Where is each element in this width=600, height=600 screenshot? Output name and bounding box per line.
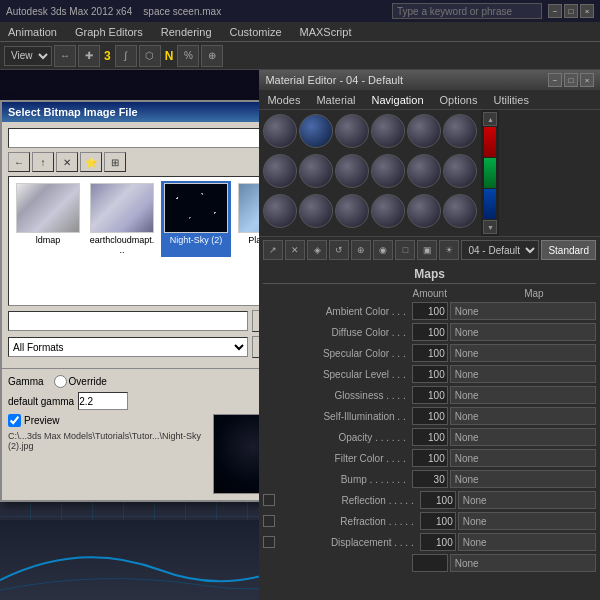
mat-delete-btn[interactable]: ✕ bbox=[285, 240, 305, 260]
map-amount-opacity[interactable] bbox=[412, 428, 448, 446]
mat-assign-btn[interactable]: ◈ bbox=[307, 240, 327, 260]
dialog-path-input[interactable] bbox=[8, 128, 259, 148]
toolbar-btn-4[interactable]: ⬡ bbox=[139, 45, 161, 67]
map-btn-reflection[interactable]: None bbox=[458, 491, 596, 509]
map-btn-refraction[interactable]: None bbox=[458, 512, 596, 530]
nav-fav-button[interactable]: ⭐ bbox=[80, 152, 102, 172]
side-btn-2[interactable]: ▼ bbox=[483, 220, 497, 234]
nav-delete-button[interactable]: ✕ bbox=[56, 152, 78, 172]
mat-maximize-button[interactable]: □ bbox=[564, 73, 578, 87]
map-amount-bump[interactable] bbox=[412, 470, 448, 488]
mat-sphere-1[interactable] bbox=[263, 114, 297, 148]
file-browser-area[interactable]: ldmap earthcloudmapt... bbox=[8, 176, 259, 306]
menu-maxscript[interactable]: MAXScript bbox=[296, 24, 356, 40]
map-amount-filtercolor[interactable] bbox=[412, 449, 448, 467]
map-btn-ambient[interactable]: None bbox=[450, 302, 596, 320]
map-check-displacement[interactable] bbox=[263, 536, 275, 548]
map-btn-bump[interactable]: None bbox=[450, 470, 596, 488]
search-input[interactable] bbox=[392, 3, 542, 19]
toolbar-btn-3[interactable]: ∫ bbox=[115, 45, 137, 67]
map-check-reflection[interactable] bbox=[263, 494, 275, 506]
mat-sphere-7[interactable] bbox=[263, 154, 297, 188]
map-amount-refraction[interactable] bbox=[420, 512, 456, 530]
map-btn-glossiness[interactable]: None bbox=[450, 386, 596, 404]
file-item-planets[interactable]: Planets (8) bbox=[235, 181, 259, 257]
mat-sphere-10[interactable] bbox=[371, 154, 405, 188]
gamma-value-input[interactable] bbox=[78, 392, 128, 410]
toolbar-btn-2[interactable]: ✚ bbox=[78, 45, 100, 67]
map-amount-reflection[interactable] bbox=[420, 491, 456, 509]
preview-checkbox[interactable] bbox=[8, 414, 21, 427]
open-button[interactable]: Open bbox=[252, 310, 259, 332]
map-amount-speclevel[interactable] bbox=[412, 365, 448, 383]
nav-up-button[interactable]: ↑ bbox=[32, 152, 54, 172]
map-btn-diffuse[interactable]: None bbox=[450, 323, 596, 341]
file-item-earthcloud[interactable]: earthcloudmapt... bbox=[87, 181, 157, 257]
minimize-button[interactable]: − bbox=[548, 4, 562, 18]
mat-menu-modes[interactable]: Modes bbox=[263, 92, 304, 108]
mat-name-select[interactable]: 04 - Default bbox=[461, 240, 539, 260]
mat-copy-btn[interactable]: ⊕ bbox=[351, 240, 371, 260]
filetype-select[interactable]: All Formats bbox=[8, 337, 248, 357]
mat-sphere-12[interactable] bbox=[443, 154, 477, 188]
nav-back-button[interactable]: ← bbox=[8, 152, 30, 172]
mat-sphere-11[interactable] bbox=[407, 154, 441, 188]
mat-reset-btn[interactable]: ↺ bbox=[329, 240, 349, 260]
close-button[interactable]: × bbox=[580, 4, 594, 18]
map-btn-selfillum[interactable]: None bbox=[450, 407, 596, 425]
cancel-button[interactable]: Cancel bbox=[252, 336, 259, 358]
map-amount-displacement[interactable] bbox=[420, 533, 456, 551]
mat-sphere-14[interactable] bbox=[299, 194, 333, 228]
map-amount-ambient[interactable] bbox=[412, 302, 448, 320]
menu-animation[interactable]: Animation bbox=[4, 24, 61, 40]
map-amount-extra[interactable] bbox=[412, 554, 448, 572]
menu-rendering[interactable]: Rendering bbox=[157, 24, 216, 40]
mat-sphere-13[interactable] bbox=[263, 194, 297, 228]
file-item-ldmap[interactable]: ldmap bbox=[13, 181, 83, 257]
mat-sphere-15[interactable] bbox=[335, 194, 369, 228]
map-btn-opacity[interactable]: None bbox=[450, 428, 596, 446]
mat-menu-material[interactable]: Material bbox=[312, 92, 359, 108]
view-select[interactable]: View bbox=[4, 46, 52, 66]
toolbar-btn-6[interactable]: ⊕ bbox=[201, 45, 223, 67]
mat-minimize-button[interactable]: − bbox=[548, 73, 562, 87]
mat-light-btn[interactable]: ☀ bbox=[439, 240, 459, 260]
mat-box-btn[interactable]: □ bbox=[395, 240, 415, 260]
file-item-night-sky[interactable]: Night-Sky (2) bbox=[161, 181, 231, 257]
mat-sphere-btn[interactable]: ◉ bbox=[373, 240, 393, 260]
mat-menu-options[interactable]: Options bbox=[436, 92, 482, 108]
filename-input[interactable] bbox=[8, 311, 248, 331]
mat-menu-utilities[interactable]: Utilities bbox=[489, 92, 532, 108]
map-check-refraction[interactable] bbox=[263, 515, 275, 527]
map-btn-extra[interactable]: None bbox=[450, 554, 596, 572]
mat-sphere-5[interactable] bbox=[407, 114, 441, 148]
mat-sphere-4[interactable] bbox=[371, 114, 405, 148]
map-amount-glossiness[interactable] bbox=[412, 386, 448, 404]
mat-sphere-9[interactable] bbox=[335, 154, 369, 188]
map-btn-speclevel[interactable]: None bbox=[450, 365, 596, 383]
toolbar-btn-1[interactable]: ↔ bbox=[54, 45, 76, 67]
mat-sphere-16[interactable] bbox=[371, 194, 405, 228]
menu-graph-editors[interactable]: Graph Editors bbox=[71, 24, 147, 40]
mat-bg-btn[interactable]: ▣ bbox=[417, 240, 437, 260]
menu-customize[interactable]: Customize bbox=[226, 24, 286, 40]
nav-view-button[interactable]: ⊞ bbox=[104, 152, 126, 172]
mat-pick-btn[interactable]: ↗ bbox=[263, 240, 283, 260]
side-btn-1[interactable]: ▲ bbox=[483, 112, 497, 126]
mat-menu-navigation[interactable]: Navigation bbox=[368, 92, 428, 108]
preview-checkbox-label[interactable]: Preview bbox=[8, 414, 205, 427]
map-amount-diffuse[interactable] bbox=[412, 323, 448, 341]
gamma-override-radio[interactable]: Override bbox=[54, 375, 107, 388]
map-btn-filtercolor[interactable]: None bbox=[450, 449, 596, 467]
mat-sphere-8[interactable] bbox=[299, 154, 333, 188]
mat-close-button[interactable]: × bbox=[580, 73, 594, 87]
mat-sphere-6[interactable] bbox=[443, 114, 477, 148]
mat-sphere-2[interactable] bbox=[299, 114, 333, 148]
toolbar-btn-5[interactable]: % bbox=[177, 45, 199, 67]
mat-sphere-18[interactable] bbox=[443, 194, 477, 228]
map-btn-speccolor[interactable]: None bbox=[450, 344, 596, 362]
maximize-button[interactable]: □ bbox=[564, 4, 578, 18]
map-amount-selfillum[interactable] bbox=[412, 407, 448, 425]
mat-sphere-17[interactable] bbox=[407, 194, 441, 228]
mat-type-button[interactable]: Standard bbox=[541, 240, 596, 260]
